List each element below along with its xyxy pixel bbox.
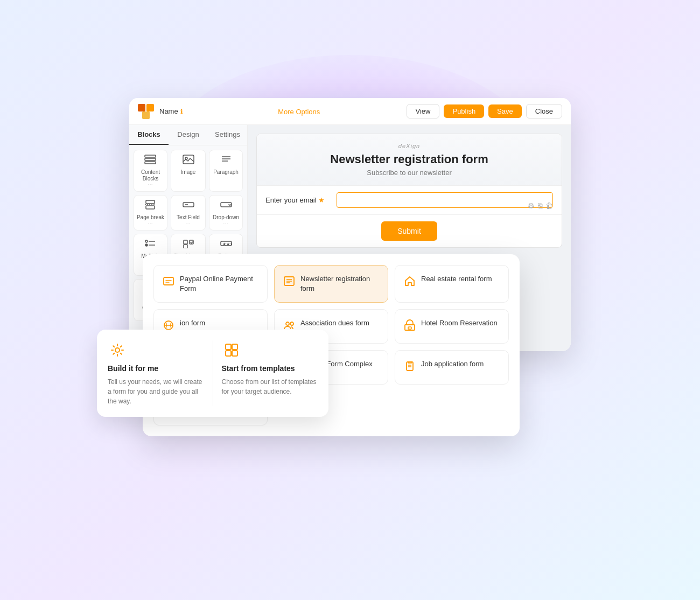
real-estate-label: Real estate rental form xyxy=(421,274,492,284)
start-from-templates-option[interactable]: Start from templates Choose from our lis… xyxy=(222,340,318,406)
settings-icon[interactable]: ⚙ xyxy=(528,201,535,210)
svg-rect-6 xyxy=(183,155,194,164)
svg-rect-59 xyxy=(232,351,237,356)
required-indicator: ★ xyxy=(318,196,325,204)
tab-blocks[interactable]: Blocks xyxy=(129,125,169,145)
block-paragraph-label: Paragraph xyxy=(213,169,239,176)
svg-text:★★★: ★★★ xyxy=(222,242,232,247)
newsletter-icon xyxy=(283,275,295,290)
svg-point-17 xyxy=(145,240,148,242)
build-for-me-icon-wrap xyxy=(108,340,127,360)
block-text-field[interactable]: Text Field ··· xyxy=(171,195,206,231)
svg-rect-4 xyxy=(145,158,156,161)
start-from-templates-title: Start from templates xyxy=(222,364,318,373)
rating-icon: ★★★ xyxy=(220,239,232,251)
tab-settings[interactable]: Settings xyxy=(208,125,247,145)
hotel-reservation-label: Hotel Room Reservation xyxy=(421,318,498,328)
logo-area: Name ℹ xyxy=(138,104,192,119)
header-actions: View Publish Save Close xyxy=(407,104,562,118)
email-field-label: Enter your email ★ xyxy=(265,196,330,204)
svg-point-55 xyxy=(115,348,120,352)
template-hotel-reservation[interactable]: Hotel Room Reservation xyxy=(395,309,509,344)
form-submit-row: Submit xyxy=(257,215,562,247)
svg-rect-2 xyxy=(142,111,150,119)
block-paragraph[interactable]: Paragraph ··· xyxy=(209,150,243,192)
svg-rect-58 xyxy=(226,351,231,356)
form-email-field-row: Enter your email ★ ⚙ ⎘ 🗑 xyxy=(257,186,562,215)
content-blocks-icon xyxy=(144,155,156,167)
choice-divider xyxy=(213,340,213,406)
copy-icon[interactable]: ⎘ xyxy=(538,201,542,210)
svg-rect-1 xyxy=(146,104,154,111)
more-options-link[interactable]: More Options xyxy=(278,108,320,116)
gear-icon xyxy=(110,343,125,358)
publish-button[interactable]: Publish xyxy=(444,104,484,118)
real-estate-icon xyxy=(404,275,416,290)
block-image-label: Image xyxy=(181,169,196,176)
multiple-choice-icon xyxy=(144,239,156,251)
header-center: More Options xyxy=(192,107,407,116)
hotel-icon xyxy=(404,319,416,334)
mailpro-logo xyxy=(138,104,155,119)
save-button[interactable]: Save xyxy=(488,104,522,118)
newsletter-label: Newsletter registration form xyxy=(300,274,379,294)
svg-rect-5 xyxy=(145,162,156,164)
template-icon xyxy=(224,343,239,358)
svg-rect-57 xyxy=(232,344,237,350)
template-newsletter[interactable]: Newsletter registration form xyxy=(274,265,388,303)
start-from-templates-desc: Choose from our list of templates for yo… xyxy=(222,377,318,396)
block-image[interactable]: Image ··· xyxy=(171,150,206,192)
page-break-icon xyxy=(144,200,156,212)
block-content-blocks[interactable]: Content Blocks ··· xyxy=(134,150,167,192)
block-page-break[interactable]: Page break ··· xyxy=(134,195,167,231)
dropdown-icon xyxy=(220,200,232,212)
block-page-break-label: Page break xyxy=(137,214,164,221)
delete-icon[interactable]: 🗑 xyxy=(545,201,553,210)
svg-rect-11 xyxy=(146,200,155,204)
info-icon: ℹ xyxy=(180,108,183,115)
image-icon xyxy=(183,155,194,167)
form-brand: deXign xyxy=(265,143,553,149)
close-button[interactable]: Close xyxy=(526,104,562,118)
build-for-me-option[interactable]: Build it for me Tell us your needs, we w… xyxy=(108,340,204,406)
association-dues-label: Association dues form xyxy=(300,318,369,328)
svg-rect-16 xyxy=(221,203,232,207)
svg-point-40 xyxy=(290,322,293,325)
form-subtitle: Subscribe to our newsletter xyxy=(265,169,553,177)
text-field-icon xyxy=(183,200,194,212)
build-for-me-desc: Tell us your needs, we will create a for… xyxy=(108,377,204,406)
tab-design[interactable]: Design xyxy=(169,125,208,145)
svg-rect-0 xyxy=(138,104,145,111)
submit-button[interactable]: Submit xyxy=(381,221,437,241)
svg-rect-56 xyxy=(226,344,231,350)
svg-rect-23 xyxy=(184,245,187,248)
checkboxes-icon xyxy=(183,239,194,251)
choice-panel: Build it for me Tell us your needs, we w… xyxy=(97,330,328,417)
view-button[interactable]: View xyxy=(407,104,440,118)
job-application-icon xyxy=(404,360,416,375)
field-actions: ⚙ ⎘ 🗑 xyxy=(528,201,553,210)
paypal-icon xyxy=(163,275,174,290)
template-real-estate[interactable]: Real estate rental form xyxy=(395,265,509,303)
svg-point-19 xyxy=(145,244,148,246)
job-application-label: Job application form xyxy=(421,359,484,369)
form-preview-header: deXign Newsletter registration form Subs… xyxy=(257,134,562,186)
build-for-me-title: Build it for me xyxy=(108,364,204,373)
email-input[interactable] xyxy=(337,192,553,208)
block-dropdown[interactable]: Drop-down ··· xyxy=(209,195,243,231)
svg-rect-33 xyxy=(164,277,173,285)
template-paypal-payment[interactable]: Paypal Online Payment Form xyxy=(153,265,268,303)
svg-rect-14 xyxy=(183,203,194,207)
svg-rect-42 xyxy=(408,327,411,329)
sidebar-tabs: Blocks Design Settings xyxy=(129,125,247,145)
ion-form-label: ion form xyxy=(180,318,205,328)
block-text-field-label: Text Field xyxy=(177,214,200,221)
block-content-blocks-label: Content Blocks xyxy=(136,169,165,182)
template-job-application[interactable]: Job application form xyxy=(395,350,509,385)
svg-point-39 xyxy=(286,322,289,325)
svg-rect-21 xyxy=(184,240,187,244)
templates-icon-wrap xyxy=(222,340,241,360)
editor-header: Name ℹ More Options View Publish Save Cl… xyxy=(129,98,571,125)
form-name-label: Name ℹ xyxy=(159,107,183,115)
paragraph-icon xyxy=(220,155,232,167)
